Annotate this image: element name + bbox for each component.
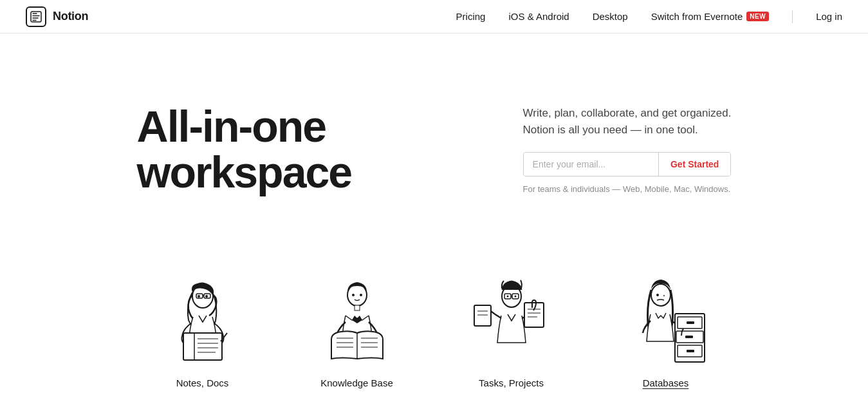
features-section: Notes, Docs <box>0 252 868 409</box>
svg-point-30 <box>514 296 516 298</box>
svg-point-2 <box>198 295 200 298</box>
hero-subtitle: Write, plan, collaborate, and get organi… <box>523 105 732 138</box>
notes-docs-illustration <box>145 265 261 368</box>
svg-point-40 <box>663 295 665 296</box>
hero-right: Write, plan, collaborate, and get organi… <box>523 105 732 194</box>
svg-point-3 <box>205 295 208 298</box>
svg-point-38 <box>651 284 670 306</box>
svg-rect-45 <box>685 336 693 338</box>
feature-label-knowledge-base: Knowledge Base <box>320 377 393 388</box>
svg-rect-17 <box>355 305 360 310</box>
svg-point-29 <box>506 296 508 298</box>
svg-point-15 <box>352 294 355 296</box>
nav-desktop[interactable]: Desktop <box>593 11 628 22</box>
feature-databases: Databases <box>595 265 737 388</box>
databases-illustration <box>608 265 724 368</box>
brand-name: Notion <box>53 10 88 23</box>
nav-divider <box>792 10 793 23</box>
hero-left: All-in-one workspace <box>137 104 472 196</box>
svg-rect-7 <box>183 333 222 360</box>
tasks-projects-illustration <box>454 265 569 368</box>
feature-label-tasks-projects: Tasks, Projects <box>479 377 544 388</box>
nav-login[interactable]: Log in <box>816 11 842 22</box>
hero-title: All-in-one workspace <box>137 104 472 196</box>
email-form: Get Started <box>523 152 732 176</box>
get-started-button[interactable]: Get Started <box>658 153 730 176</box>
nav-ios-android[interactable]: iOS & Android <box>508 11 569 22</box>
hero-section: All-in-one workspace Write, plan, collab… <box>0 33 868 252</box>
notion-logo-icon <box>26 6 46 27</box>
feature-label-notes-docs: Notes, Docs <box>176 377 229 388</box>
feature-knowledge-base: Knowledge Base <box>286 265 428 388</box>
navbar: Notion Pricing iOS & Android Desktop Swi… <box>0 0 868 33</box>
email-input[interactable] <box>524 153 658 176</box>
svg-rect-31 <box>524 303 544 327</box>
svg-rect-47 <box>687 350 694 352</box>
svg-rect-35 <box>474 305 491 326</box>
nav-evernote[interactable]: Switch from Evernote NEW <box>651 11 769 22</box>
nav-pricing[interactable]: Pricing <box>456 11 486 22</box>
feature-label-databases: Databases <box>643 377 689 388</box>
nav-links: Pricing iOS & Android Desktop Switch fro… <box>456 10 842 23</box>
feature-notes-docs: Notes, Docs <box>132 265 273 388</box>
svg-point-39 <box>656 294 659 296</box>
svg-point-16 <box>360 294 362 296</box>
logo-link[interactable]: Notion <box>26 6 88 27</box>
svg-rect-43 <box>687 321 694 324</box>
hero-note: For teams & individuals — Web, Mobile, M… <box>523 184 732 194</box>
feature-tasks-projects: Tasks, Projects <box>441 265 582 388</box>
knowledge-base-illustration <box>299 265 415 368</box>
new-badge: NEW <box>746 12 769 21</box>
